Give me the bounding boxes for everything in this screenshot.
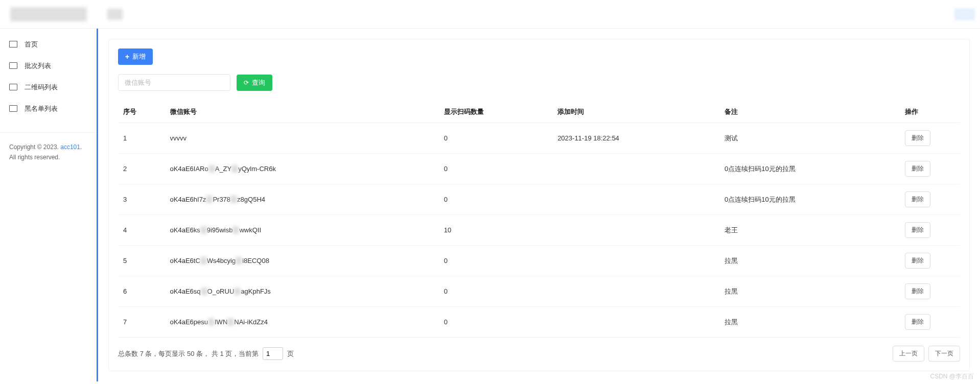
cell-index: 1 xyxy=(118,123,165,154)
blacklist-icon xyxy=(9,105,17,112)
th-add-time: 添加时间 xyxy=(552,101,719,123)
cell-time xyxy=(552,276,719,307)
th-action: 操作 xyxy=(900,101,960,123)
cell-account: vvvvv xyxy=(165,123,439,154)
add-button-label: 新增 xyxy=(132,52,146,61)
delete-button[interactable]: 删除 xyxy=(905,161,930,177)
cell-note: 拉黑 xyxy=(719,307,900,338)
delete-button[interactable]: 删除 xyxy=(905,191,930,207)
cell-note: 0点连续扫码10元的拉黑 xyxy=(719,154,900,184)
cell-account: oK4aE6tCxxWs4bcyigxxi8ECQ08 xyxy=(165,246,439,276)
table-row: 5 oK4aE6tCxxWs4bcyigxxi8ECQ08 0 拉黑 删除 xyxy=(118,246,960,276)
table-row: 1 vvvvv 0 2023-11-19 18:22:54 测试 删除 xyxy=(118,123,960,154)
header xyxy=(0,0,980,29)
panel: 新增 查询 序号 微信账号 显示扫码数量 添加时间 备注 操作 xyxy=(108,39,970,371)
cell-action: 删除 xyxy=(900,184,960,215)
cell-note: 0点连续扫码10元的拉黑 xyxy=(719,184,900,215)
cell-account: oK4aE6hI7zxxPr378xxz8gQ5H4 xyxy=(165,184,439,215)
footer-link[interactable]: acc101 xyxy=(60,143,80,151)
cell-count: 0 xyxy=(439,184,552,215)
table-row: 3 oK4aE6hI7zxxPr378xxz8gQ5H4 0 0点连续扫码10元… xyxy=(118,184,960,215)
search-row: 查询 xyxy=(118,74,960,91)
cell-index: 3 xyxy=(118,184,165,215)
cell-time xyxy=(552,154,719,184)
pager-info: 总条数 7 条，每页显示 50 条， 共 1 页，当前第 页 xyxy=(118,347,893,360)
rights-text: All rights reserved. xyxy=(9,154,60,161)
cell-account: oK4aE6pesuxxIWNxxNAi-iKdZz4 xyxy=(165,307,439,338)
cell-account: oK4aE6sqxxO_oRUUxxagKphFJs xyxy=(165,276,439,307)
main-content: 新增 查询 序号 微信账号 显示扫码数量 添加时间 备注 操作 xyxy=(97,29,980,381)
page-input[interactable] xyxy=(263,347,283,360)
delete-button[interactable]: 删除 xyxy=(905,283,930,299)
th-account: 微信账号 xyxy=(165,101,439,123)
cell-note: 测试 xyxy=(719,123,900,154)
cell-count: 0 xyxy=(439,123,552,154)
cell-note: 拉黑 xyxy=(719,246,900,276)
cell-index: 2 xyxy=(118,154,165,184)
search-button-label: 查询 xyxy=(252,78,265,87)
home-icon xyxy=(9,41,17,48)
cell-index: 7 xyxy=(118,307,165,338)
cell-time xyxy=(552,246,719,276)
header-title-placeholder xyxy=(107,9,123,20)
list-icon xyxy=(9,62,17,69)
data-table: 序号 微信账号 显示扫码数量 添加时间 备注 操作 1 vvvvv 0 2023… xyxy=(118,101,960,338)
logo-placeholder xyxy=(10,7,87,21)
cell-note: 老王 xyxy=(719,215,900,246)
search-button[interactable]: 查询 xyxy=(237,75,272,91)
cell-account: oK4aE6IARoxxA_ZYxxyQylm-CR6k xyxy=(165,154,439,184)
refresh-icon xyxy=(244,79,250,86)
table-row: 4 oK4aE6ksxx9i95wisbxxwwkQII 10 老王 删除 xyxy=(118,215,960,246)
th-note: 备注 xyxy=(719,101,900,123)
cell-count: 0 xyxy=(439,276,552,307)
sidebar-item-batch[interactable]: 批次列表 xyxy=(0,55,97,77)
delete-button[interactable]: 删除 xyxy=(905,314,930,330)
cell-account: oK4aE6ksxx9i95wisbxxwwkQII xyxy=(165,215,439,246)
cell-action: 删除 xyxy=(900,123,960,154)
sidebar-item-blacklist[interactable]: 黑名单列表 xyxy=(0,98,97,119)
cell-index: 4 xyxy=(118,215,165,246)
qrcode-icon xyxy=(9,84,17,91)
cell-time xyxy=(552,184,719,215)
sidebar-footer: Copyright © 2023. acc101. All rights res… xyxy=(0,132,97,172)
cell-action: 删除 xyxy=(900,215,960,246)
next-page-button[interactable]: 下一页 xyxy=(928,346,960,362)
table-row: 6 oK4aE6sqxxO_oRUUxxagKphFJs 0 拉黑 删除 xyxy=(118,276,960,307)
delete-button[interactable]: 删除 xyxy=(905,130,930,146)
sidebar-item-home[interactable]: 首页 xyxy=(0,34,97,55)
cell-time xyxy=(552,307,719,338)
plus-icon xyxy=(125,53,130,61)
cell-index: 5 xyxy=(118,246,165,276)
cell-action: 删除 xyxy=(900,307,960,338)
cell-count: 10 xyxy=(439,215,552,246)
cell-count: 0 xyxy=(439,307,552,338)
cell-time: 2023-11-19 18:22:54 xyxy=(552,123,719,154)
cell-index: 6 xyxy=(118,276,165,307)
th-scan-count: 显示扫码数量 xyxy=(439,101,552,123)
cell-action: 删除 xyxy=(900,276,960,307)
cell-action: 删除 xyxy=(900,246,960,276)
cell-action: 删除 xyxy=(900,154,960,184)
copyright-text: Copyright © 2023. xyxy=(9,143,60,151)
sidebar-item-label: 二维码列表 xyxy=(25,83,58,92)
delete-button[interactable]: 删除 xyxy=(905,222,930,238)
cell-time xyxy=(552,215,719,246)
sidebar-item-label: 批次列表 xyxy=(25,61,51,70)
sidebar-item-label: 黑名单列表 xyxy=(25,104,58,113)
pager: 总条数 7 条，每页显示 50 条， 共 1 页，当前第 页 上一页 下一页 xyxy=(118,346,960,362)
watermark: CSDN @李百百 xyxy=(930,372,974,381)
search-input[interactable] xyxy=(118,74,230,91)
cell-note: 拉黑 xyxy=(719,276,900,307)
sidebar: 首页 批次列表 二维码列表 黑名单列表 Copyright © 2023. ac… xyxy=(0,29,97,381)
delete-button[interactable]: 删除 xyxy=(905,253,930,269)
th-index: 序号 xyxy=(118,101,165,123)
sidebar-item-label: 首页 xyxy=(25,40,38,49)
cell-count: 0 xyxy=(439,154,552,184)
prev-page-button[interactable]: 上一页 xyxy=(893,346,924,362)
add-button[interactable]: 新增 xyxy=(118,49,153,65)
table-row: 7 oK4aE6pesuxxIWNxxNAi-iKdZz4 0 拉黑 删除 xyxy=(118,307,960,338)
table-row: 2 oK4aE6IARoxxA_ZYxxyQylm-CR6k 0 0点连续扫码1… xyxy=(118,154,960,184)
header-right-placeholder[interactable] xyxy=(954,8,975,20)
cell-count: 0 xyxy=(439,246,552,276)
sidebar-item-qrcode[interactable]: 二维码列表 xyxy=(0,77,97,98)
